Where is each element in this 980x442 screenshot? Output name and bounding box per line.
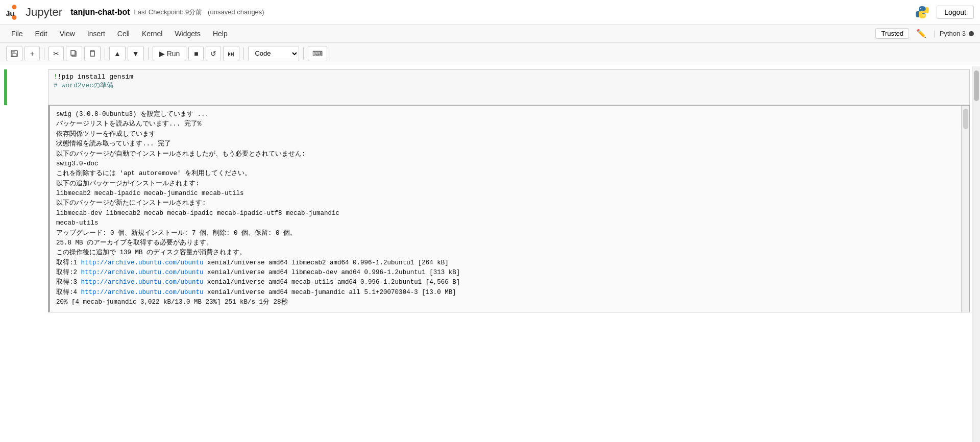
top-navbar: Ju Jupyter tanjun-chat-bot Last Checkpoi…: [0, 0, 980, 24]
output-line: 取得:2 http://archive.ubuntu.com/ubuntu xe…: [56, 268, 963, 278]
top-navbar-right: Logout: [914, 4, 974, 20]
menu-bar-right: Trusted ✏️ | Python 3: [875, 28, 974, 39]
cell-code: !!pip install gensim # word2vecの準備: [54, 73, 964, 90]
toolbar-separator-3: [148, 47, 149, 60]
output-line: これを削除するには 'apt autoremove' を利用してください。: [56, 169, 963, 179]
save-button[interactable]: [6, 46, 22, 61]
cell-input[interactable]: !!pip install gensim # word2vecの準備: [48, 69, 970, 105]
logout-button[interactable]: Logout: [937, 6, 974, 19]
interrupt-button[interactable]: ■: [188, 46, 204, 61]
menu-file[interactable]: File: [6, 28, 28, 40]
menu-view[interactable]: View: [55, 28, 80, 40]
menu-edit[interactable]: Edit: [30, 28, 53, 40]
output-line: libmecab-dev libmecab2 mecab mecab-ipadi…: [56, 209, 963, 218]
svg-rect-6: [12, 54, 16, 56]
cell-type-select[interactable]: Code: [248, 46, 299, 61]
jupyter-logo-icon: Ju: [6, 4, 22, 20]
output-line: 状態情報を読み取っています... 完了: [56, 139, 963, 149]
output-line: 以下のパッケージが自動でインストールされましたが、もう必要とされていません:: [56, 150, 963, 159]
svg-rect-10: [91, 50, 94, 52]
menu-cell[interactable]: Cell: [112, 28, 135, 40]
output-line: パッケージリストを読み込んでいます... 完了%: [56, 119, 963, 129]
edit-pencil-button[interactable]: ✏️: [913, 28, 929, 39]
svg-text:Ju: Ju: [6, 8, 15, 17]
code-line-1: !!pip install gensim: [54, 73, 964, 81]
toolbar-separator-5: [303, 47, 304, 60]
kernel-indicator: Python 3: [940, 30, 974, 37]
checkpoint-info: Last Checkpoint: 9分前 (unsaved changes): [134, 8, 264, 17]
run-button[interactable]: ▶ Run: [153, 46, 187, 61]
paste-button[interactable]: [84, 46, 101, 61]
output-line: swig3.0-doc: [56, 159, 963, 169]
menu-insert[interactable]: Insert: [82, 28, 110, 40]
output-line: 以下のパッケージが新たにインストールされます:: [56, 199, 963, 208]
output-line: mecab-utils: [56, 218, 963, 228]
trusted-badge[interactable]: Trusted: [875, 28, 909, 39]
run-icon: ▶: [159, 50, 165, 58]
add-cell-button[interactable]: +: [24, 46, 40, 61]
output-prompt: [7, 105, 48, 312]
menu-widgets[interactable]: Widgets: [169, 28, 206, 40]
copy-button[interactable]: [66, 46, 82, 61]
output-line: libmecab2 mecab-ipadic mecab-jumandic me…: [56, 189, 963, 199]
toolbar-separator-4: [243, 47, 244, 60]
main-scrollbar-thumb[interactable]: [974, 70, 979, 101]
output-line: 20% [4 mecab-jumandic 3,022 kB/13.0 MB 2…: [56, 298, 963, 307]
output-line: swig (3.0.8-0ubuntu3) を設定しています ...: [56, 110, 963, 119]
output-line: 取得:1 http://archive.ubuntu.com/ubuntu xe…: [56, 258, 963, 268]
output-wrapper: swig (3.0.8-0ubuntu3) を設定しています ...パッケージリ…: [4, 105, 970, 312]
code-line-2: # word2vecの準備: [54, 81, 964, 90]
cut-button[interactable]: ✂: [48, 46, 64, 61]
output-line: 以下の追加パッケージがインストールされます:: [56, 179, 963, 189]
output-line: 依存関係ツリーを作成しています: [56, 130, 963, 139]
menu-bar: File Edit View Insert Cell Kernel Widget…: [0, 24, 980, 43]
menu-help[interactable]: Help: [208, 28, 233, 40]
output-line: 取得:4 http://archive.ubuntu.com/ubuntu xe…: [56, 288, 963, 298]
notebook-container: !!pip install gensim # word2vecの準備 swig …: [0, 64, 980, 440]
svg-rect-8: [71, 51, 75, 55]
cell-body: !!pip install gensim # word2vecの準備: [7, 69, 970, 105]
python-logo-icon: [914, 4, 930, 20]
cell-prompt: [7, 69, 48, 105]
output-line: 25.8 MB のアーカイブを取得する必要があります。: [56, 238, 963, 248]
move-up-button[interactable]: ▲: [109, 46, 126, 61]
toolbar: + ✂ ▲ ▼ ▶ Run ■ ↺ ⏭ Code ⌨: [0, 43, 980, 64]
output-line: アップグレード: 0 個、新規インストール: 7 個、削除: 0 個、保留: 0…: [56, 229, 963, 238]
code-cell: !!pip install gensim # word2vecの準備: [4, 69, 970, 105]
restart-button[interactable]: ↺: [206, 46, 221, 61]
output-line: 取得:3 http://archive.ubuntu.com/ubuntu xe…: [56, 278, 963, 287]
keyboard-shortcut-button[interactable]: ⌨: [308, 46, 327, 61]
restart-run-button[interactable]: ⏭: [223, 46, 239, 61]
output-line: この操作後に追加で 139 MB のディスク容量が消費されます。: [56, 248, 963, 258]
output-scrollbar-thumb[interactable]: [963, 109, 968, 129]
svg-rect-5: [12, 51, 15, 53]
jupyter-logo: Ju Jupyter: [6, 4, 62, 20]
output-scrollbar[interactable]: [961, 106, 969, 312]
output-area[interactable]: swig (3.0.8-0ubuntu3) を設定しています ...パッケージリ…: [48, 105, 970, 312]
output-lines: swig (3.0.8-0ubuntu3) を設定しています ...パッケージリ…: [56, 110, 963, 308]
toolbar-separator-2: [105, 47, 105, 60]
menu-kernel[interactable]: Kernel: [137, 28, 167, 40]
output-body: swig (3.0.8-0ubuntu3) を設定しています ...パッケージリ…: [7, 105, 970, 312]
move-down-button[interactable]: ▼: [128, 46, 144, 61]
notebook-title: tanjun-chat-bot: [70, 8, 130, 17]
main-scrollbar[interactable]: [972, 66, 980, 440]
toolbar-separator-1: [44, 47, 44, 60]
kernel-status-dot: [969, 31, 974, 36]
jupyter-text: Jupyter: [26, 6, 62, 19]
